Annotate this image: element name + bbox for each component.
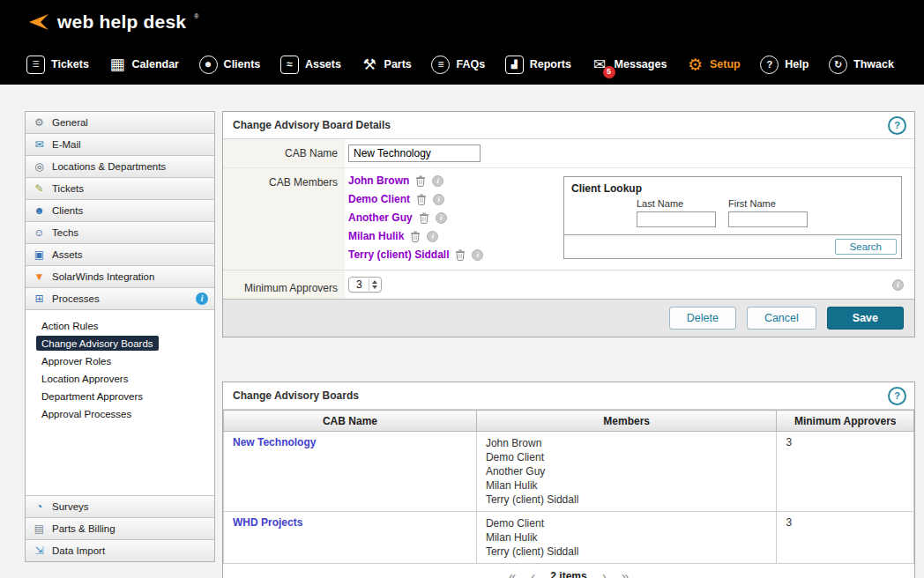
info-icon (892, 279, 904, 291)
map-pin-icon (32, 160, 47, 173)
min-approvers-cell: 3 (777, 432, 914, 512)
sidebar-item-parts-billing[interactable]: Parts & Billing (26, 517, 214, 539)
item-count: 2 items (550, 570, 586, 578)
calendar-icon (108, 56, 125, 73)
cab-member-link[interactable]: Terry (client) Siddall (348, 248, 449, 261)
nav-setup[interactable]: Setup (687, 56, 741, 73)
sidebar-subitem-action-rules[interactable]: Action Rules (36, 318, 104, 333)
processes-submenu: Action Rules Change Advisory Boards Appr… (26, 310, 214, 495)
sidebar-item-label: Parts & Billing (52, 523, 116, 534)
logo[interactable]: web help desk ® (0, 0, 924, 44)
nav-messages[interactable]: 5 Messages (592, 56, 667, 73)
trash-icon[interactable] (415, 175, 426, 187)
sidebar-item-surveys[interactable]: Surveys (26, 495, 214, 517)
trash-icon[interactable] (416, 194, 427, 205)
nav-label: Reports (530, 58, 571, 70)
solarwinds-arrow-icon (26, 12, 49, 32)
nav-help[interactable]: Help (760, 56, 808, 74)
info-icon (427, 231, 438, 242)
sidebar-subitem-change-advisory-boards[interactable]: Change Advisory Boards (36, 336, 159, 351)
cab-member-link[interactable]: John Brown (348, 174, 409, 187)
cab-member-link[interactable]: Another Guy (348, 211, 413, 224)
info-icon[interactable] (196, 293, 208, 305)
save-button[interactable]: Save (827, 307, 904, 330)
assets-icon (280, 56, 299, 74)
sidebar-item-clients[interactable]: Clients (26, 200, 214, 222)
sidebar-subitem-department-approvers[interactable]: Department Approvers (36, 389, 148, 404)
prev-page-button[interactable]: ‹ (531, 569, 535, 578)
setup-page: General E-Mail Locations & Departments T… (0, 85, 924, 578)
sidebar-item-label: General (52, 117, 88, 128)
cancel-button[interactable]: Cancel (747, 307, 816, 330)
nav-label: Clients (224, 58, 261, 70)
cab-name-link[interactable]: New Technology (233, 436, 316, 448)
help-icon[interactable] (888, 387, 906, 405)
nav-clients[interactable]: Clients (199, 56, 261, 74)
help-icon[interactable] (888, 116, 906, 135)
next-page-button[interactable]: › (602, 569, 607, 578)
sidebar-item-email[interactable]: E-Mail (26, 134, 214, 156)
nav-assets[interactable]: Assets (280, 56, 341, 74)
nav-calendar[interactable]: Calendar (108, 56, 179, 73)
min-approvers-value: 3 (356, 278, 362, 291)
pagination: « ‹ 2 items › » (223, 564, 914, 578)
sidebar-item-solarwinds-integration[interactable]: SolarWinds Integration (26, 266, 214, 288)
sidebar-subitem-approver-roles[interactable]: Approver Roles (36, 353, 116, 368)
trash-icon[interactable] (455, 249, 466, 261)
min-approvers-label: Minimum Approvers (223, 270, 345, 299)
sidebar-item-assets[interactable]: Assets (26, 244, 214, 266)
cab-name-link[interactable]: WHD Projects (233, 516, 302, 529)
setup-sidebar: General E-Mail Locations & Departments T… (25, 111, 215, 562)
unread-count-badge: 5 (603, 66, 615, 78)
delete-button[interactable]: Delete (669, 307, 736, 330)
sidebar-item-label: Techs (52, 227, 78, 238)
sidebar-item-locations-departments[interactable]: Locations & Departments (26, 156, 214, 178)
trash-icon[interactable] (419, 212, 429, 224)
nav-label: Thwack (853, 58, 894, 70)
last-page-button[interactable]: » (622, 569, 629, 578)
first-name-input[interactable] (728, 211, 808, 227)
panel-title: Change Advisory Boards (233, 389, 359, 402)
sidebar-item-data-import[interactable]: Data Import (26, 539, 214, 561)
nav-reports[interactable]: Reports (505, 56, 571, 74)
sidebar-item-techs[interactable]: Techs (26, 222, 214, 244)
first-page-button[interactable]: « (509, 569, 516, 578)
envelope-icon: 5 (592, 56, 608, 73)
first-name-label: First Name (728, 198, 808, 209)
sidebar-item-tickets[interactable]: Tickets (26, 178, 214, 200)
sidebar-item-processes[interactable]: Processes (26, 288, 214, 310)
cab-member-link[interactable]: Demo Client (348, 193, 410, 205)
sidebar-item-general[interactable]: General (26, 112, 214, 134)
main-nav: Tickets Calendar Clients Assets Parts FA… (0, 44, 924, 85)
nav-label: Tickets (51, 58, 89, 70)
nav-tickets[interactable]: Tickets (26, 56, 89, 74)
registered-mark: ® (194, 13, 198, 19)
nav-parts[interactable]: Parts (361, 56, 412, 73)
last-name-input[interactable] (637, 211, 716, 227)
sidebar-item-label: Locations & Departments (52, 161, 166, 172)
client-lookup-title: Client Lookup (564, 177, 901, 198)
cab-member-list: John Brown Demo Client (348, 174, 483, 261)
stepper-arrows-icon[interactable] (369, 278, 380, 291)
panel-header: Change Advisory Board Details (223, 112, 914, 139)
client-lookup-box: Client Lookup Last Name First Name (563, 176, 902, 259)
thwack-icon (829, 56, 847, 74)
panel-title: Change Advisory Board Details (233, 119, 391, 131)
cab-list-panel: Change Advisory Boards CAB Name Members … (222, 382, 915, 578)
min-approvers-stepper[interactable]: 3 (348, 277, 382, 293)
faqs-icon (431, 56, 450, 74)
person-icon (32, 226, 47, 239)
cab-name-input[interactable] (348, 144, 481, 162)
nav-thwack[interactable]: Thwack (829, 56, 894, 74)
bar-chart-icon (505, 56, 524, 74)
form-actions: Delete Cancel Save (223, 299, 914, 337)
gear-icon (687, 56, 704, 73)
last-name-label: Last Name (637, 198, 716, 209)
trash-icon[interactable] (410, 231, 421, 242)
top-bar: web help desk ® Tickets Calendar Clients… (0, 0, 924, 85)
cab-member-link[interactable]: Milan Hulik (348, 230, 404, 242)
sidebar-subitem-location-approvers[interactable]: Location Approvers (36, 371, 133, 386)
nav-faqs[interactable]: FAQs (431, 56, 485, 74)
sidebar-subitem-approval-processes[interactable]: Approval Processes (36, 406, 137, 421)
search-button[interactable]: Search (835, 239, 897, 255)
